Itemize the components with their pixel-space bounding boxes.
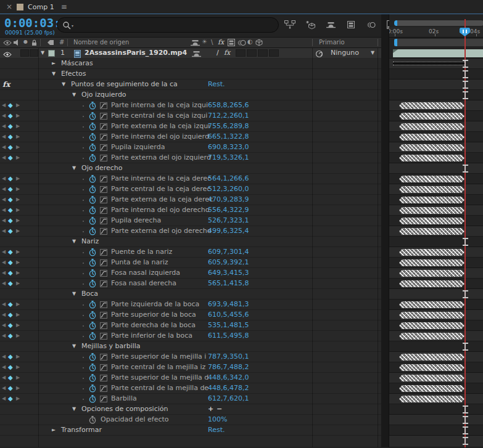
keyframe-at-current-time-icon[interactable]: ◆: [8, 373, 13, 383]
previous-keyframe-icon[interactable]: ◀: [2, 320, 6, 330]
property-label[interactable]: Puente de la nariz: [111, 247, 172, 257]
keyframe-at-current-time-icon[interactable]: ◆: [8, 394, 13, 404]
property-row[interactable]: ◀◆▶Parte interna del ojo izquierd665,1,3…: [0, 132, 381, 142]
motion-blur-icon[interactable]: [365, 20, 378, 30]
property-value[interactable]: Rest.: [208, 79, 225, 89]
timeline-row[interactable]: [389, 268, 483, 279]
parent-column-header[interactable]: Primario: [319, 39, 345, 46]
tab-close-icon[interactable]: ×: [6, 2, 12, 11]
property-value[interactable]: 556,4,322,9: [208, 205, 249, 215]
group-row[interactable]: ►TransformarRest.: [0, 425, 381, 436]
keyframe-at-current-time-icon[interactable]: ◆: [8, 184, 13, 194]
previous-keyframe-icon[interactable]: ◀: [2, 216, 6, 226]
timeline-row[interactable]: [389, 205, 483, 216]
timeline-row[interactable]: [389, 352, 483, 362]
group-label[interactable]: Mejillas y barbilla: [81, 341, 141, 351]
property-label[interactable]: Parte superior de la mejilla d: [111, 373, 208, 383]
property-value[interactable]: 786,7,488,2: [208, 362, 249, 372]
keyframes-band[interactable]: [399, 385, 464, 392]
next-keyframe-icon[interactable]: ▶: [16, 268, 20, 278]
layer-row[interactable]: ▼ 1 2AssassinsParis_1920.mp4 / fx Ningun…: [0, 48, 381, 59]
property-label[interactable]: Parte superior de la boca: [111, 310, 196, 320]
property-row[interactable]: ◀◆▶Parte superior de la mejilla d448,6,3…: [0, 373, 381, 383]
property-value[interactable]: 100%: [208, 415, 227, 425]
previous-keyframe-icon[interactable]: ◀: [2, 195, 6, 205]
timeline-row[interactable]: [389, 404, 483, 415]
group-row[interactable]: ▼Boca: [0, 289, 381, 299]
keyframes-band[interactable]: [399, 322, 464, 329]
next-keyframe-icon[interactable]: ▶: [16, 216, 20, 226]
switch-cell[interactable]: [236, 49, 246, 57]
current-time-keyframe-marker[interactable]: [463, 426, 468, 434]
next-keyframe-icon[interactable]: ▶: [16, 195, 20, 205]
previous-keyframe-icon[interactable]: ◀: [2, 258, 6, 267]
previous-keyframe-icon[interactable]: ◀: [2, 331, 6, 341]
next-keyframe-icon[interactable]: ▶: [16, 310, 20, 320]
keyframe-at-current-time-icon[interactable]: ◆: [8, 100, 13, 110]
timeline-row[interactable]: [389, 121, 483, 132]
property-label[interactable]: Fosa nasal derecha: [111, 279, 176, 288]
keyframes-band[interactable]: [399, 176, 464, 182]
property-value[interactable]: 526,7,323,1: [208, 216, 249, 226]
frame-blending-icon[interactable]: [345, 20, 357, 30]
keyframes-band[interactable]: [399, 259, 464, 266]
timeline-row[interactable]: [389, 279, 483, 289]
property-row[interactable]: ◀◆▶Parte central de la mejilla de448,6,4…: [0, 383, 381, 394]
twirl-open-icon[interactable]: ▼: [62, 79, 65, 89]
group-row[interactable]: fx▼Puntos de seguimiento de la caRest.: [0, 79, 381, 90]
next-keyframe-icon[interactable]: ▶: [16, 331, 20, 341]
keyframes-band[interactable]: [399, 354, 464, 360]
previous-keyframe-icon[interactable]: ◀: [2, 268, 6, 278]
property-label[interactable]: Parte externa de la ceja izqui: [111, 121, 210, 131]
previous-keyframe-icon[interactable]: ◀: [2, 299, 6, 309]
keyframe-at-current-time-icon[interactable]: ◆: [8, 299, 13, 309]
next-keyframe-icon[interactable]: ▶: [16, 247, 20, 257]
property-value[interactable]: 470,9,283,9: [208, 195, 249, 205]
timeline-row[interactable]: [389, 289, 483, 299]
keyframes-band[interactable]: [399, 102, 464, 109]
keyframe-at-current-time-icon[interactable]: ◆: [8, 279, 13, 288]
group-label[interactable]: Opciones de composición: [81, 404, 168, 414]
next-keyframe-icon[interactable]: ▶: [16, 174, 20, 184]
keyframe-at-current-time-icon[interactable]: ◆: [8, 226, 13, 236]
timeline-row[interactable]: [389, 373, 483, 383]
parent-dropdown-caret-icon[interactable]: ▼: [371, 48, 374, 58]
timeline-row[interactable]: [389, 436, 483, 447]
keyframe-at-current-time-icon[interactable]: ◆: [8, 331, 13, 341]
timeline-row[interactable]: [389, 310, 483, 320]
property-row[interactable]: ◀◆▶Parte interna del ojo derecho556,4,32…: [0, 205, 381, 216]
next-keyframe-icon[interactable]: ▶: [16, 132, 20, 142]
keyframes-band[interactable]: [399, 396, 464, 402]
timeline-row[interactable]: [389, 237, 483, 247]
timeline-row[interactable]: [389, 153, 483, 163]
keyframes-band[interactable]: [399, 280, 464, 287]
keyframe-at-current-time-icon[interactable]: ◆: [8, 310, 13, 320]
remove-composition-option-icon[interactable]: −: [217, 404, 222, 414]
previous-keyframe-icon[interactable]: ◀: [2, 394, 6, 404]
search-caret-icon[interactable]: ▾: [72, 23, 73, 28]
property-row[interactable]: ◀◆▶Punta de la nariz605,9,392,1: [0, 258, 381, 268]
property-value[interactable]: 499,6,325,4: [208, 226, 249, 236]
timeline-row[interactable]: [389, 383, 483, 394]
property-value[interactable]: 609,7,301,4: [208, 247, 249, 257]
keyframe-at-current-time-icon[interactable]: ◆: [8, 247, 13, 257]
timeline-row[interactable]: [389, 59, 483, 69]
keyframe-at-current-time-icon[interactable]: ◆: [8, 111, 13, 121]
property-value[interactable]: 658,8,265,6: [208, 100, 249, 110]
previous-keyframe-icon[interactable]: ◀: [2, 184, 6, 194]
previous-keyframe-icon[interactable]: ◀: [2, 153, 6, 163]
property-value[interactable]: 535,1,481,5: [208, 320, 249, 330]
layer-quality-switch[interactable]: /: [217, 48, 219, 58]
timeline-row[interactable]: [389, 142, 483, 153]
twirl-open-icon[interactable]: ▼: [52, 69, 56, 79]
group-row[interactable]: ▼Ojo derecho: [0, 163, 381, 174]
property-label[interactable]: Parte externa del ojo derecho: [111, 226, 212, 236]
layer-twirl-icon[interactable]: ▼: [41, 48, 44, 58]
property-value[interactable]: 611,5,495,8: [208, 331, 249, 341]
property-label[interactable]: Parte inferior de la boca: [111, 331, 192, 341]
panel-splitter[interactable]: [381, 14, 389, 447]
current-time-keyframe-marker[interactable]: [463, 343, 468, 351]
timeline-row[interactable]: [389, 90, 483, 100]
property-value[interactable]: 719,5,326,1: [208, 153, 249, 163]
property-value[interactable]: 787,9,350,1: [208, 352, 249, 362]
